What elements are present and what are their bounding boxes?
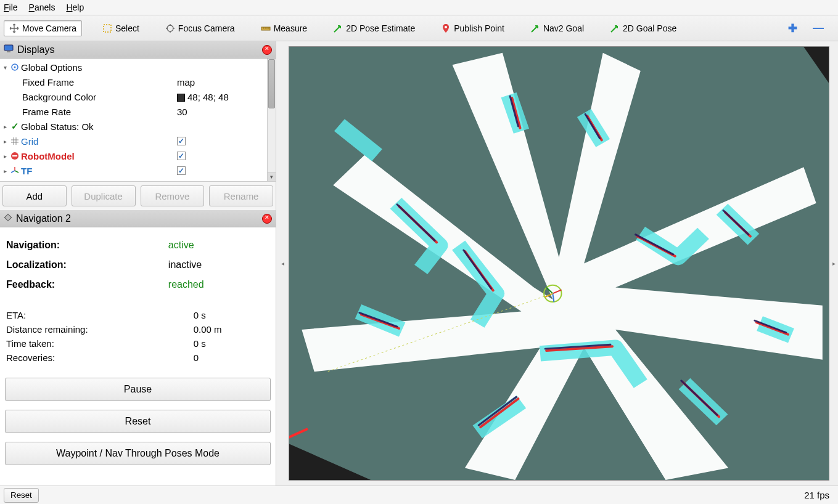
waypoint-mode-button[interactable]: Waypoint / Nav Through Poses Mode: [5, 442, 271, 465]
tree-robotmodel[interactable]: ▸ RobotModel: [1, 148, 276, 163]
tool-nav2-goal-label: Nav2 Goal: [543, 23, 584, 33]
tool-goal-pose-label: 2D Goal Pose: [623, 23, 676, 33]
tool-pose-estimate-label: 2D Pose Estimate: [346, 23, 415, 33]
tree-frame-rate[interactable]: Frame Rate 30: [1, 104, 276, 119]
navigation-label: Navigation:: [6, 236, 167, 254]
recoveries-label: Recoveries:: [6, 351, 192, 364]
focus-icon: [165, 23, 175, 33]
tree-tf[interactable]: ▸ TF: [1, 163, 276, 178]
duplicate-button[interactable]: Duplicate: [72, 185, 136, 206]
localization-value: inactive: [168, 256, 269, 274]
pin-icon: [441, 23, 451, 33]
tool-2d-pose-estimate[interactable]: 2D Pose Estimate: [327, 20, 421, 36]
navigation-panel-header[interactable]: Navigation 2: [0, 210, 276, 227]
navigation-title: Navigation 2: [16, 213, 71, 224]
recoveries-value: 0: [194, 351, 269, 364]
time-label: Time taken:: [6, 337, 192, 350]
eta-label: ETA:: [6, 309, 192, 322]
error-icon: [9, 152, 21, 160]
localization-label: Localization:: [6, 256, 167, 274]
navigation-value: active: [168, 236, 269, 254]
monitor-icon: [4, 44, 14, 55]
menu-file[interactable]: File: [4, 2, 18, 12]
rename-button[interactable]: Rename: [209, 185, 273, 206]
reset-button[interactable]: Reset: [5, 410, 271, 433]
splitter-left[interactable]: ◂: [276, 41, 289, 486]
displays-panel-header[interactable]: Displays: [0, 41, 276, 59]
navigation-panel-body: Navigation: active Localization: inactiv…: [0, 227, 276, 486]
tool-publish-point[interactable]: Publish Point: [435, 20, 510, 36]
gear-icon: [9, 63, 21, 71]
add-button[interactable]: Add: [2, 185, 67, 206]
color-swatch: [177, 94, 185, 102]
select-icon: [102, 23, 112, 33]
tree-grid[interactable]: ▸ Grid: [1, 134, 276, 148]
toolbar: Move Camera Select Focus Camera Measure …: [0, 15, 838, 41]
tool-2d-goal-pose[interactable]: 2D Goal Pose: [604, 20, 682, 36]
displays-button-row: Add Duplicate Remove Rename: [0, 182, 276, 210]
tool-publish-point-label: Publish Point: [454, 23, 504, 33]
svg-point-1: [167, 25, 173, 31]
menu-panels[interactable]: Panels: [29, 2, 55, 12]
tool-nav2-goal[interactable]: Nav2 Goal: [525, 20, 589, 36]
splitter-right[interactable]: ▸: [829, 41, 838, 486]
svg-marker-12: [803, 47, 829, 83]
close-icon[interactable]: [262, 214, 272, 224]
tf-checkbox[interactable]: [177, 166, 186, 175]
displays-tree: ▾ Global Options Fixed Frame map Backgro…: [0, 59, 276, 182]
minus-icon[interactable]: —: [813, 23, 823, 33]
time-value: 0 s: [194, 337, 269, 350]
tool-select[interactable]: Select: [97, 20, 145, 36]
svg-rect-5: [7, 51, 10, 52]
tool-focus-camera[interactable]: Focus Camera: [160, 20, 240, 36]
check-icon: ✓: [9, 121, 21, 132]
svg-rect-4: [4, 45, 13, 51]
ruler-icon: [261, 23, 271, 33]
arrow-green-icon: [610, 23, 620, 33]
axes-icon: [9, 166, 21, 175]
close-icon[interactable]: [262, 45, 272, 55]
svg-point-3: [445, 26, 447, 28]
eta-value: 0 s: [194, 309, 269, 322]
menubar: File Panels Help: [0, 0, 838, 15]
tool-move-camera-label: Move Camera: [22, 23, 76, 33]
tree-global-options[interactable]: ▾ Global Options: [1, 60, 276, 75]
grid-checkbox[interactable]: [177, 137, 186, 145]
tree-global-status[interactable]: ▸ ✓ Global Status: Ok: [1, 119, 276, 134]
tool-select-label: Select: [115, 23, 139, 33]
tool-focus-camera-label: Focus Camera: [178, 23, 235, 33]
feedback-label: Feedback:: [6, 275, 167, 294]
svg-rect-9: [12, 155, 17, 156]
tree-bg-color[interactable]: Background Color 48; 48; 48: [1, 89, 276, 104]
remove-button[interactable]: Remove: [141, 185, 205, 206]
arrow-green-icon: [333, 23, 343, 33]
pause-button[interactable]: Pause: [5, 378, 271, 401]
grid-icon: [9, 137, 21, 145]
robotmodel-checkbox[interactable]: [177, 152, 186, 160]
svg-rect-0: [104, 25, 111, 32]
statusbar-reset-button[interactable]: Reset: [4, 488, 39, 503]
plus-icon[interactable]: ✚: [787, 23, 797, 33]
dist-value: 0.00 m: [194, 323, 269, 336]
tool-move-camera[interactable]: Move Camera: [4, 20, 82, 36]
feedback-value: reached: [168, 275, 269, 294]
tool-measure[interactable]: Measure: [255, 20, 313, 36]
tool-measure-label: Measure: [274, 23, 307, 33]
viewport-3d[interactable]: [289, 46, 829, 481]
displays-scrollbar[interactable]: ▾: [267, 59, 276, 181]
move-camera-icon: [9, 23, 19, 33]
diamond-icon: [4, 213, 12, 224]
displays-title: Displays: [17, 44, 54, 55]
menu-help[interactable]: Help: [66, 2, 84, 12]
arrow-green-icon: [530, 23, 540, 33]
tree-fixed-frame[interactable]: Fixed Frame map: [1, 75, 276, 89]
svg-rect-10: [4, 214, 11, 221]
svg-marker-11: [289, 444, 371, 480]
dist-label: Distance remaining:: [6, 323, 192, 336]
fps-counter: 21 fps: [804, 490, 834, 500]
statusbar: Reset 21 fps: [0, 486, 838, 504]
svg-point-7: [14, 67, 16, 68]
